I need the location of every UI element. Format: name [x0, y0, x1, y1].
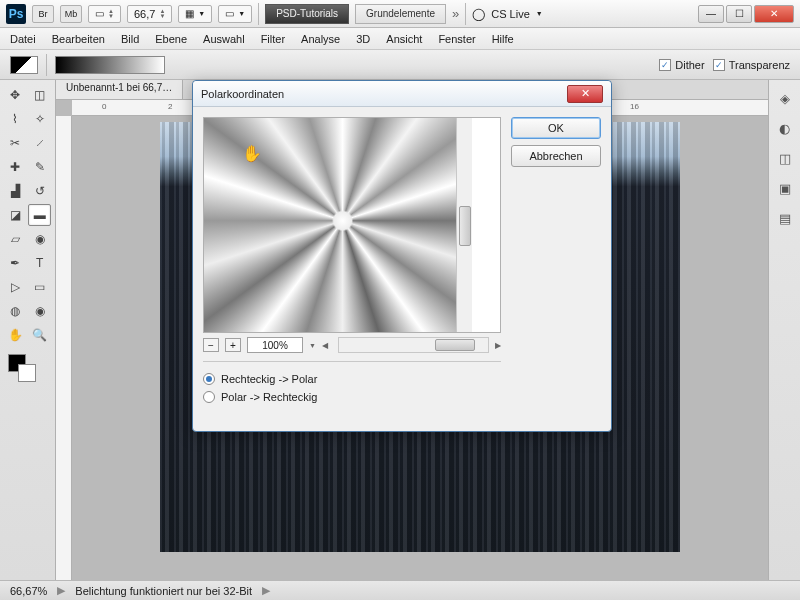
dialog-title: Polarkoordinaten — [201, 88, 284, 100]
filter-preview[interactable] — [204, 118, 456, 332]
options-bar: ✓Dither ✓Transparenz — [0, 50, 800, 80]
app-logo: Ps — [6, 4, 26, 24]
actions-panel-icon[interactable]: ▤ — [775, 208, 795, 228]
workspace-tab-active[interactable]: PSD-Tutorials — [265, 4, 349, 24]
view-mode-select[interactable]: ▭ ▲▼ — [88, 5, 121, 23]
3d-tool[interactable]: ◍ — [4, 300, 27, 322]
option-label: Polar -> Rechteckig — [221, 391, 317, 403]
document-tab[interactable]: Unbenannt-1 bei 66,7… — [56, 80, 183, 99]
eraser-tool[interactable]: ◪ — [4, 204, 26, 226]
menu-datei[interactable]: Datei — [10, 33, 36, 45]
zoom-tool[interactable]: 🔍 — [29, 324, 52, 346]
hscroll-left-icon[interactable]: ◀ — [322, 341, 328, 350]
status-arrow-icon[interactable]: ▶ — [262, 584, 270, 597]
history-panel-icon[interactable]: ▣ — [775, 178, 795, 198]
preview-vscroll[interactable] — [456, 118, 472, 332]
cslive-label[interactable]: CS Live — [491, 8, 530, 20]
preview-hscroll[interactable] — [338, 337, 489, 353]
menu-hilfe[interactable]: Hilfe — [492, 33, 514, 45]
menu-3d[interactable]: 3D — [356, 33, 370, 45]
close-button[interactable]: ✕ — [754, 5, 794, 23]
transparenz-label: Transparenz — [729, 59, 790, 71]
tools-panel: ✥◫ ⌇✧ ✂⟋ ✚✎ ▟↺ ◪▬ ▱◉ ✒T ▷▭ ◍◉ ✋🔍 — [0, 80, 56, 580]
separator — [46, 54, 47, 76]
color-panel-icon[interactable]: ◐ — [775, 118, 795, 138]
more-icon[interactable]: » — [452, 6, 459, 21]
brush-tool[interactable]: ✎ — [29, 156, 52, 178]
status-zoom[interactable]: 66,67% — [10, 585, 47, 597]
menu-bearbeiten[interactable]: Bearbeiten — [52, 33, 105, 45]
dither-label: Dither — [675, 59, 704, 71]
adjustments-panel-icon[interactable]: ◫ — [775, 148, 795, 168]
zoom-out-button[interactable]: − — [203, 338, 219, 352]
3d-camera-tool[interactable]: ◉ — [29, 300, 52, 322]
status-message: Belichtung funktioniert nur bei 32-Bit — [75, 585, 252, 597]
tool-preset[interactable] — [10, 56, 38, 74]
cancel-button[interactable]: Abbrechen — [511, 145, 601, 167]
menu-ebene[interactable]: Ebene — [155, 33, 187, 45]
dialog-titlebar[interactable]: Polarkoordinaten ✕ — [193, 81, 611, 107]
workspace-tab[interactable]: Grundelemente — [355, 4, 446, 24]
zoom-value: 66,7 — [134, 8, 155, 20]
dodge-tool[interactable]: ◉ — [29, 228, 52, 250]
menu-bild[interactable]: Bild — [121, 33, 139, 45]
lasso-tool[interactable]: ⌇ — [4, 108, 27, 130]
hand-tool[interactable]: ✋ — [4, 324, 27, 346]
minibridge-button[interactable]: Mb — [60, 5, 82, 23]
eyedropper-tool[interactable]: ⟋ — [29, 132, 52, 154]
menu-ansicht[interactable]: Ansicht — [386, 33, 422, 45]
ok-button[interactable]: OK — [511, 117, 601, 139]
stamp-tool[interactable]: ▟ — [4, 180, 27, 202]
cslive-icon[interactable]: ◯ — [472, 7, 485, 21]
menu-bar: Datei Bearbeiten Bild Ebene Auswahl Filt… — [0, 28, 800, 50]
color-swatches[interactable] — [4, 354, 51, 384]
preview-area — [203, 117, 501, 333]
menu-filter[interactable]: Filter — [261, 33, 285, 45]
transparenz-checkbox[interactable]: ✓Transparenz — [713, 59, 790, 71]
right-panel: ◈ ◐ ◫ ▣ ▤ — [768, 80, 800, 580]
option-label: Rechteckig -> Polar — [221, 373, 317, 385]
menu-auswahl[interactable]: Auswahl — [203, 33, 245, 45]
zoom-dropdown-icon[interactable]: ▼ — [309, 342, 316, 349]
path-select-tool[interactable]: ▷ — [4, 276, 27, 298]
history-brush-tool[interactable]: ↺ — [29, 180, 52, 202]
type-tool[interactable]: T — [29, 252, 52, 274]
minimize-button[interactable]: — — [698, 5, 724, 23]
heal-tool[interactable]: ✚ — [4, 156, 27, 178]
marquee-tool[interactable]: ◫ — [29, 84, 52, 106]
preview-vscroll-thumb[interactable] — [459, 206, 471, 246]
zoom-in-button[interactable]: + — [225, 338, 241, 352]
status-arrow-icon[interactable]: ▶ — [57, 584, 65, 597]
preview-hscroll-thumb[interactable] — [435, 339, 475, 351]
dither-checkbox[interactable]: ✓Dither — [659, 59, 704, 71]
gradient-tool[interactable]: ▬ — [28, 204, 51, 226]
screen-mode-select[interactable]: ▭ ▼ — [218, 5, 252, 23]
wand-tool[interactable]: ✧ — [29, 108, 52, 130]
divider — [203, 361, 501, 362]
crop-tool[interactable]: ✂ — [4, 132, 27, 154]
arrange-select[interactable]: ▦ ▼ — [178, 5, 212, 23]
blur-tool[interactable]: ▱ — [4, 228, 27, 250]
menu-fenster[interactable]: Fenster — [438, 33, 475, 45]
separator — [258, 3, 259, 25]
preview-zoom-value[interactable]: 100% — [247, 337, 303, 353]
polarkoordinaten-dialog: Polarkoordinaten ✕ − + 100% ▼ ◀ ▶ Rechte… — [192, 80, 612, 432]
shape-tool[interactable]: ▭ — [29, 276, 52, 298]
radio-icon — [203, 391, 215, 403]
option-rect-to-polar[interactable]: Rechteckig -> Polar — [203, 373, 501, 385]
option-polar-to-rect[interactable]: Polar -> Rechteckig — [203, 391, 501, 403]
hscroll-right-icon[interactable]: ▶ — [495, 341, 501, 350]
menu-analyse[interactable]: Analyse — [301, 33, 340, 45]
zoom-select[interactable]: 66,7 ▲▼ — [127, 5, 172, 23]
ruler-vertical[interactable] — [56, 116, 72, 580]
pen-tool[interactable]: ✒ — [4, 252, 27, 274]
dialog-close-button[interactable]: ✕ — [567, 85, 603, 103]
background-color[interactable] — [18, 364, 36, 382]
separator — [465, 3, 466, 25]
app-titlebar: Ps Br Mb ▭ ▲▼ 66,7 ▲▼ ▦ ▼ ▭ ▼ PSD-Tutori… — [0, 0, 800, 28]
maximize-button[interactable]: ☐ — [726, 5, 752, 23]
move-tool[interactable]: ✥ — [4, 84, 27, 106]
layers-panel-icon[interactable]: ◈ — [775, 88, 795, 108]
bridge-button[interactable]: Br — [32, 5, 54, 23]
gradient-picker[interactable] — [55, 56, 165, 74]
